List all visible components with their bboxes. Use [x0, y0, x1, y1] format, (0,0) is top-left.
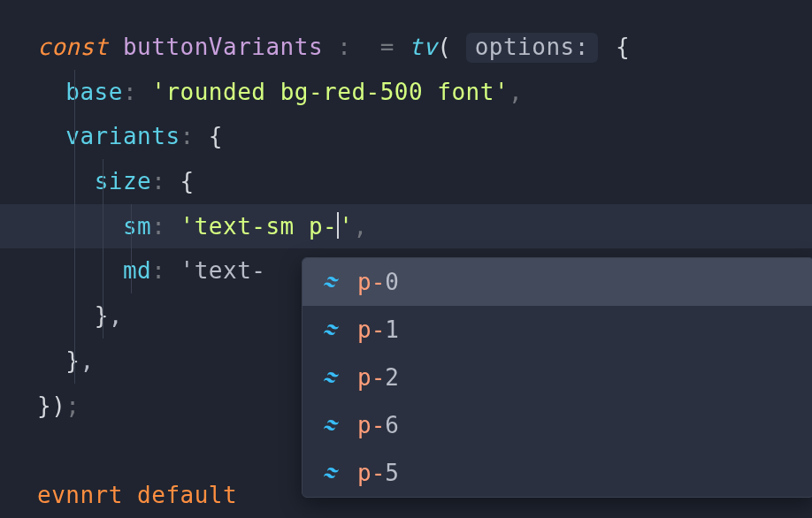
string-literal: 'rounded bg-red-500 font' [151, 79, 509, 105]
string-literal: ' [339, 213, 353, 240]
autocomplete-item[interactable]: p-6 [303, 401, 812, 449]
tailwind-icon [324, 324, 341, 336]
tailwind-icon [324, 419, 341, 431]
property-md: md [123, 257, 151, 284]
autocomplete-label: p-1 [357, 316, 399, 343]
string-literal: 'text- [180, 257, 266, 284]
code-line: base: 'rounded bg-red-500 font', [0, 70, 812, 115]
autocomplete-popup[interactable]: p-0 p-1 p-2 p-6 p-5 [302, 257, 812, 498]
code-line: const buttonVariants : = tv( options: { [0, 25, 812, 70]
autocomplete-label: p-6 [357, 412, 399, 438]
code-line-active: sm: 'text-sm p-', [0, 204, 812, 249]
autocomplete-item[interactable]: p-2 [303, 354, 812, 401]
code-line: size: { [0, 159, 812, 204]
property-variants: variants [65, 123, 180, 149]
string-literal: 'text-sm p- [180, 213, 338, 240]
autocomplete-item[interactable]: p-0 [303, 258, 812, 306]
code-line: variants: { [0, 114, 812, 159]
autocomplete-label: p-5 [357, 460, 399, 486]
variable-name: buttonVariants [123, 34, 323, 60]
autocomplete-item[interactable]: p-1 [303, 306, 812, 354]
autocomplete-label: p-0 [357, 269, 399, 295]
partial-text: evnnrt default [37, 482, 237, 508]
tailwind-icon [324, 276, 341, 288]
property-sm: sm [123, 213, 151, 240]
autocomplete-label: p-2 [357, 364, 399, 391]
tailwind-icon [324, 371, 341, 384]
tailwind-icon [324, 467, 341, 479]
autocomplete-item[interactable]: p-5 [303, 449, 812, 497]
keyword-const: const [37, 34, 109, 60]
inlay-hint: options: [466, 33, 598, 63]
function-call: tv [409, 34, 437, 60]
